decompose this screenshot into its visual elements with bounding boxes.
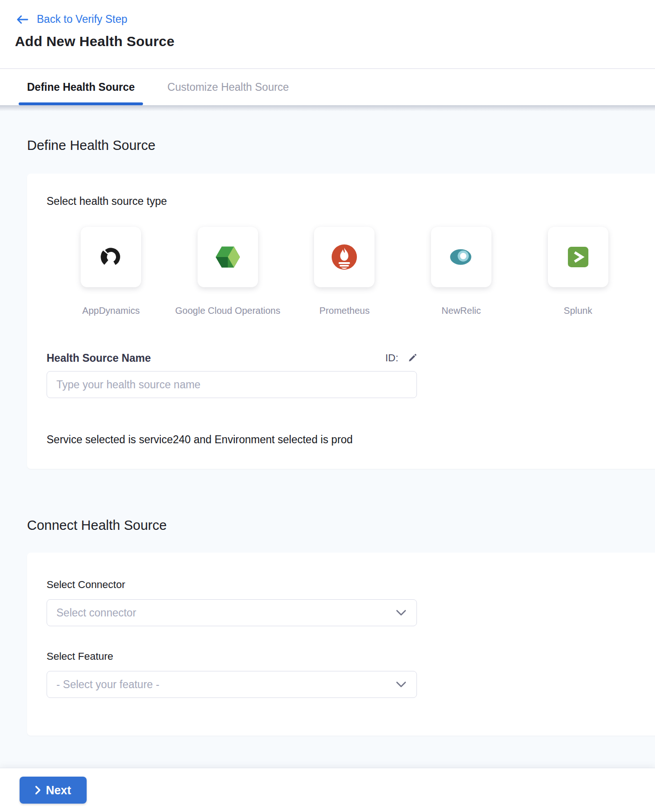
newrelic-tile[interactable] [431, 227, 491, 287]
tabbar-shadow [0, 105, 655, 111]
source-type-label: Splunk [564, 305, 592, 316]
tab-define-health-source[interactable]: Define Health Source [19, 69, 143, 105]
id-group: ID: [385, 352, 417, 365]
active-tab-underline [19, 102, 143, 105]
page-header: Back to Verify Step Add New Health Sourc… [0, 0, 655, 69]
feature-select[interactable]: - Select your feature - [47, 671, 417, 698]
select-type-label: Select health source type [47, 195, 636, 207]
connect-section-heading: Connect Health Source [27, 518, 655, 533]
tab-label: Customize Health Source [167, 81, 289, 94]
connector-select-placeholder: Select connector [56, 607, 136, 619]
service-environment-note: Service selected is service240 and Envir… [47, 433, 636, 446]
splunk-tile[interactable] [548, 227, 608, 287]
tab-label: Define Health Source [27, 81, 135, 94]
source-type-splunk[interactable]: Splunk [519, 227, 636, 316]
source-type-prometheus[interactable]: Prometheus [286, 227, 403, 316]
chevron-down-icon [396, 682, 406, 688]
chevron-right-icon [35, 785, 41, 795]
google-cloud-operations-icon [216, 245, 240, 269]
back-link[interactable]: Back to Verify Step [0, 0, 127, 26]
newrelic-icon [449, 247, 473, 267]
define-health-source-card: Select health source type AppDynamics [27, 174, 655, 469]
splunk-icon [567, 246, 589, 268]
back-link-label: Back to Verify Step [37, 13, 127, 26]
google-cloud-operations-tile[interactable] [198, 227, 258, 287]
next-button[interactable]: Next [20, 777, 87, 804]
source-type-label: Google Cloud Operations [175, 305, 280, 316]
select-connector-label: Select Connector [47, 579, 636, 591]
tab-customize-health-source[interactable]: Customize Health Source [159, 69, 297, 105]
feature-select-placeholder: - Select your feature - [56, 678, 159, 691]
connector-select[interactable]: Select connector [47, 599, 417, 626]
source-type-label: NewRelic [442, 305, 481, 316]
id-label: ID: [385, 352, 398, 365]
back-arrow-icon [16, 15, 28, 24]
source-type-label: Prometheus [320, 305, 370, 316]
source-type-label: AppDynamics [82, 305, 140, 316]
prometheus-icon [331, 244, 357, 270]
source-type-grid: AppDynamics Google Cloud Operations [53, 227, 636, 316]
page-title: Add New Health Source [15, 34, 655, 49]
source-type-newrelic[interactable]: NewRelic [403, 227, 520, 316]
health-source-name-input[interactable] [47, 371, 417, 398]
next-button-label: Next [46, 784, 71, 797]
select-feature-label: Select Feature [47, 650, 636, 663]
chevron-down-icon [396, 610, 406, 616]
edit-id-pencil-icon[interactable] [408, 353, 417, 363]
connect-health-source-card: Select Connector Select connector Select… [27, 553, 655, 736]
footer-bar: Next [0, 768, 655, 812]
tab-bar: Define Health Source Customize Health So… [0, 69, 655, 105]
health-source-name-row: Health Source Name ID: [47, 352, 417, 365]
prometheus-tile[interactable] [314, 227, 375, 287]
health-source-name-label: Health Source Name [47, 352, 151, 365]
appdynamics-tile[interactable] [81, 227, 141, 287]
source-type-appdynamics[interactable]: AppDynamics [53, 227, 170, 316]
source-type-google-cloud-operations[interactable]: Google Cloud Operations [170, 227, 287, 316]
define-section-heading: Define Health Source [27, 138, 655, 153]
appdynamics-icon [100, 246, 122, 268]
